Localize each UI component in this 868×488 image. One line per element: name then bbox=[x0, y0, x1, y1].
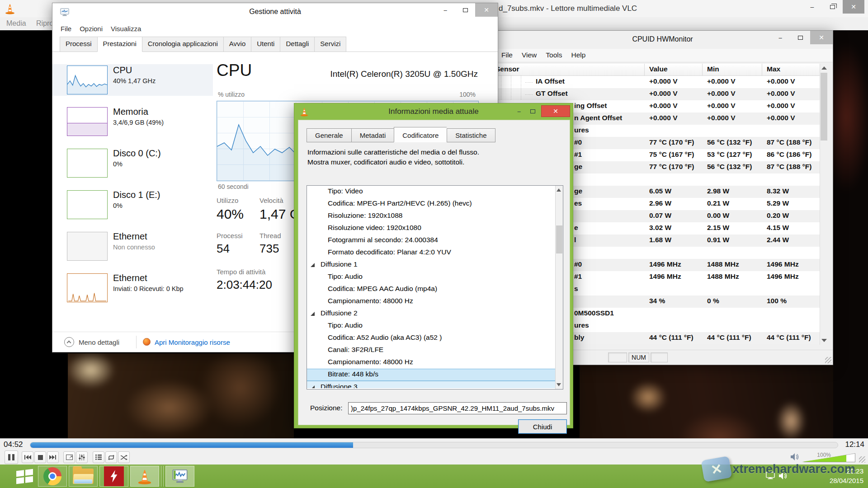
taskbar-explorer-button[interactable] bbox=[69, 466, 98, 487]
settings-button[interactable] bbox=[76, 451, 88, 463]
table-row[interactable]: GT Offset +0.000 V +0.000 V +0.000 V bbox=[493, 88, 820, 100]
hwmonitor-titlebar[interactable]: CPUID HWMonitor – ✕ bbox=[492, 31, 833, 49]
apri-monitoraggio-link[interactable]: Apri Monitoraggio risorse bbox=[155, 338, 230, 346]
tm-tab[interactable]: Utenti bbox=[251, 37, 280, 52]
tm-maximize-button[interactable] bbox=[455, 3, 475, 17]
tray-speaker-icon[interactable] bbox=[778, 471, 788, 482]
codec-list-item[interactable]: Tipo: Audio bbox=[307, 320, 563, 332]
sidebar-item-disco1[interactable]: Disco 1 (E:) 0% bbox=[52, 189, 213, 221]
codec-list-item[interactable]: Codifica: MPEG-H Part2/HEVC (H.265) (hev… bbox=[307, 198, 563, 210]
taskbar-redapp-button[interactable] bbox=[99, 466, 128, 487]
tm-tab[interactable]: Cronologia applicazioni bbox=[142, 37, 223, 52]
hwmonitor-menu-item[interactable]: Help bbox=[571, 51, 586, 59]
hwmonitor-menu-item[interactable]: View bbox=[522, 51, 537, 59]
hwmonitor-menu-item[interactable]: Tools bbox=[546, 51, 562, 59]
tm-tab[interactable]: Processi bbox=[60, 37, 97, 52]
vlc-close-button[interactable]: ✕ bbox=[843, 0, 864, 14]
scroll-down-icon[interactable] bbox=[821, 339, 827, 342]
codec-list-item[interactable]: Campionamento: 48000 Hz bbox=[307, 357, 563, 369]
dialog-close-button[interactable]: ✕ bbox=[541, 105, 570, 117]
chiudi-button[interactable]: Chiudi bbox=[518, 419, 567, 434]
scrollbar-thumb[interactable] bbox=[556, 225, 562, 253]
codec-list-item[interactable]: Risoluzione video: 868x488 bbox=[307, 222, 563, 235]
codec-list-item[interactable]: Codifica: A52 Audio (aka AC3) (a52 ) bbox=[307, 332, 563, 344]
tm-tab[interactable]: Servizi bbox=[314, 37, 346, 52]
hwmonitor-scrollbar[interactable] bbox=[820, 64, 828, 345]
dialog-tab[interactable]: Generale bbox=[307, 128, 351, 142]
posizione-field[interactable]: )p_24fps_27qp_1474kbps_GPSNR_42.29_HM11_… bbox=[348, 402, 567, 414]
tm-menu-item[interactable]: Opzioni bbox=[80, 25, 103, 33]
hwmonitor-minimize-button[interactable]: – bbox=[770, 31, 790, 44]
sidebar-item-cpu[interactable]: CPU 40% 1,47 GHz bbox=[52, 64, 213, 96]
resize-grip-icon[interactable] bbox=[825, 357, 831, 363]
codec-list-item[interactable]: Tipo: Audio bbox=[307, 271, 563, 283]
taskbar-vlc-button[interactable] bbox=[130, 466, 159, 487]
table-row[interactable]: IA Offset +0.000 V +0.000 V +0.000 V bbox=[493, 76, 820, 88]
hwmonitor-menu-item[interactable]: File bbox=[501, 51, 513, 59]
playlist-button[interactable] bbox=[93, 451, 104, 463]
tm-menu-item[interactable]: File bbox=[61, 25, 71, 33]
column-value[interactable]: Value bbox=[645, 64, 703, 75]
column-min[interactable]: Min bbox=[703, 64, 762, 75]
loop-button[interactable] bbox=[105, 451, 117, 463]
codec-list-item[interactable]: Risoluzione: 1920x1088 bbox=[307, 210, 563, 222]
tray-monitor-icon[interactable] bbox=[765, 471, 775, 482]
hwmonitor-close-button[interactable]: ✕ bbox=[810, 31, 833, 44]
vlc-minimize-button[interactable]: – bbox=[802, 0, 822, 14]
codec-list-item[interactable]: Campionamento: 48000 Hz bbox=[307, 296, 563, 308]
sidebar-item-ethernet2[interactable]: Ethernet Inviati: 0 Ricevuti: 0 Kbp bbox=[52, 272, 213, 304]
codec-list-item[interactable]: Tipo: Video bbox=[307, 186, 563, 198]
chevron-up-icon[interactable] bbox=[64, 337, 74, 347]
dialog-tab[interactable]: Metadati bbox=[351, 128, 394, 142]
scrollbar-thumb[interactable] bbox=[821, 73, 827, 141]
dialog-tab[interactable]: Codificatore bbox=[394, 127, 447, 142]
codec-list-item[interactable]: Codifica: MPEG AAC Audio (mp4a) bbox=[307, 283, 563, 296]
codec-info-list[interactable]: Tipo: Video Codifica: MPEG-H Part2/HEVC … bbox=[307, 185, 563, 389]
codec-list-item[interactable]: Formato decodificato: Planar 4:2:0 YUV bbox=[307, 247, 563, 259]
vlc-restore-button[interactable] bbox=[822, 0, 843, 14]
scroll-up-icon[interactable] bbox=[821, 66, 827, 70]
taskbar-clock[interactable]: 20:23 28/04/2015 bbox=[830, 466, 863, 485]
codec-list-item[interactable]: Canali: 3F2R/LFE bbox=[307, 344, 563, 357]
dialog-list-scrollbar[interactable] bbox=[555, 186, 563, 389]
volume-slider[interactable] bbox=[802, 453, 855, 462]
stop-button[interactable] bbox=[34, 451, 46, 463]
codec-list-item[interactable]: Diffusione 3 bbox=[307, 381, 563, 388]
column-sensor[interactable]: Sensor bbox=[493, 64, 645, 75]
shuffle-button[interactable] bbox=[118, 451, 130, 463]
codec-list-item[interactable]: Diffusione 1 bbox=[307, 259, 563, 271]
resize-grip-icon[interactable] bbox=[859, 456, 865, 463]
codec-list-item[interactable]: Fotogrammi al secondo: 24.000384 bbox=[307, 235, 563, 247]
sidebar-item-disco0[interactable]: Disco 0 (C:) 0% bbox=[52, 147, 213, 179]
tree-expanded-icon[interactable] bbox=[311, 312, 315, 316]
dialog-tab[interactable]: Statistiche bbox=[447, 128, 495, 142]
meno-dettagli-button[interactable]: Meno dettagli bbox=[79, 338, 119, 346]
vlc-menu-riproduzione[interactable]: Ripro bbox=[36, 19, 53, 28]
tm-minimize-button[interactable]: – bbox=[435, 3, 455, 17]
hwmonitor-maximize-button[interactable] bbox=[790, 31, 810, 44]
speaker-icon[interactable] bbox=[790, 453, 799, 463]
next-button[interactable] bbox=[47, 451, 59, 463]
codec-list-item[interactable]: Bitrate: 448 kb/s bbox=[307, 369, 563, 381]
codec-list-item[interactable]: Diffusione 2 bbox=[307, 308, 563, 320]
start-button[interactable] bbox=[13, 468, 36, 485]
dialog-maximize-button[interactable] bbox=[526, 105, 539, 117]
scroll-down-icon[interactable] bbox=[557, 383, 561, 386]
dialog-titlebar[interactable]: Informazioni media attuale – ✕ bbox=[294, 103, 573, 120]
previous-button[interactable] bbox=[22, 451, 33, 463]
tm-close-button[interactable]: ✕ bbox=[475, 3, 498, 17]
fullscreen-button[interactable] bbox=[63, 451, 75, 463]
scroll-up-icon[interactable] bbox=[557, 188, 561, 192]
tm-tab[interactable]: Prestazioni bbox=[97, 37, 142, 52]
task-manager-titlebar[interactable]: Gestione attività – ✕ bbox=[52, 3, 498, 21]
tree-expanded-icon[interactable] bbox=[311, 385, 315, 388]
taskbar-chrome-button[interactable] bbox=[38, 466, 67, 487]
dialog-minimize-button[interactable]: – bbox=[512, 105, 526, 117]
vlc-menu-media[interactable]: Media bbox=[6, 19, 26, 28]
sidebar-item-ethernet1[interactable]: Ethernet Non connesso bbox=[52, 230, 213, 262]
tm-tab[interactable]: Avvio bbox=[223, 37, 251, 52]
tm-tab[interactable]: Dettagli bbox=[280, 37, 314, 52]
pause-button[interactable] bbox=[5, 450, 18, 464]
taskbar-monitor-button[interactable] bbox=[165, 466, 194, 487]
tree-expanded-icon[interactable] bbox=[311, 263, 315, 267]
